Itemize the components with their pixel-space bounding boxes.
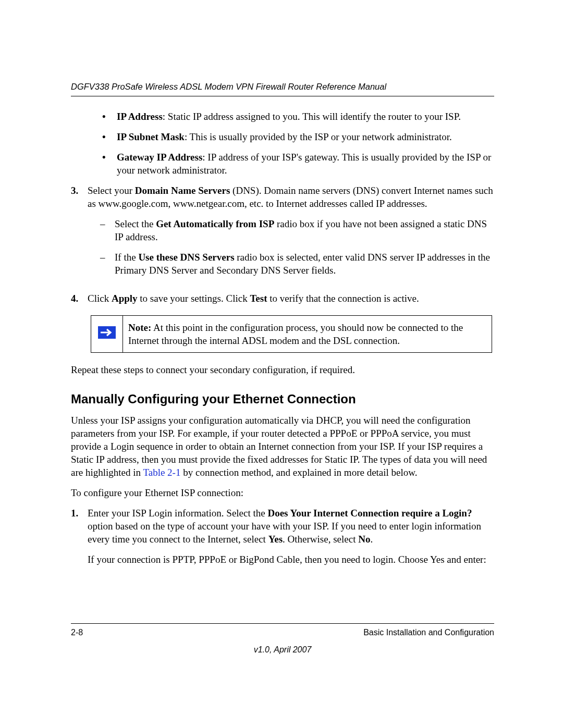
chapter-title: Basic Installation and Configuration bbox=[363, 627, 494, 638]
footer-rule bbox=[71, 623, 494, 624]
lead-paragraph: To configure your Ethernet ISP connectio… bbox=[71, 486, 494, 499]
step-number: 3. bbox=[71, 184, 88, 284]
note-box: Note: At this point in the configuration… bbox=[91, 315, 492, 353]
header-rule bbox=[71, 96, 494, 96]
step-3: 3. Select your Domain Name Servers (DNS)… bbox=[71, 184, 494, 284]
bullet-marker: • bbox=[100, 130, 117, 143]
sub-list: – Select the Get Automatically from ISP … bbox=[100, 217, 494, 277]
step-body: Select your Domain Name Servers (DNS). D… bbox=[88, 184, 494, 284]
list-item: • Gateway IP Address: IP address of your… bbox=[100, 151, 494, 177]
step-body: Click Apply to save your settings. Click… bbox=[88, 292, 494, 305]
version-text: v1.0, April 2007 bbox=[71, 644, 494, 655]
step-extra: If your connection is PPTP, PPPoE or Big… bbox=[88, 553, 494, 566]
list-item: – If the Use these DNS Servers radio box… bbox=[100, 251, 494, 277]
dash-marker: – bbox=[100, 251, 115, 277]
step-number: 4. bbox=[71, 292, 88, 305]
bullet-body: IP Subnet Mask: This is usually provided… bbox=[117, 130, 494, 143]
bullet-body: IP Address: Static IP address assigned t… bbox=[117, 110, 494, 123]
list-item: • IP Address: Static IP address assigned… bbox=[100, 110, 494, 123]
note-text: Note: At this point in the configuration… bbox=[123, 315, 492, 352]
intro-paragraph: Unless your ISP assigns your configurati… bbox=[71, 414, 494, 479]
eth-step-1: 1. Enter your ISP Login information. Sel… bbox=[71, 507, 494, 566]
step-number: 1. bbox=[71, 507, 88, 566]
document-page: DGFV338 ProSafe Wireless ADSL Modem VPN … bbox=[0, 0, 563, 728]
arrow-right-icon bbox=[98, 330, 116, 341]
dash-marker: – bbox=[100, 217, 115, 243]
note-icon-cell bbox=[91, 315, 123, 352]
list-item: • IP Subnet Mask: This is usually provid… bbox=[100, 130, 494, 143]
bullet-marker: • bbox=[100, 151, 117, 177]
repeat-paragraph: Repeat these steps to connect your secon… bbox=[71, 363, 494, 376]
bullet-list-ip: • IP Address: Static IP address assigned… bbox=[100, 110, 494, 177]
manual-title: DGFV338 ProSafe Wireless ADSL Modem VPN … bbox=[71, 81, 494, 93]
table-2-1-link[interactable]: Table 2-1 bbox=[143, 467, 180, 478]
step-4: 4. Click Apply to save your settings. Cl… bbox=[71, 292, 494, 305]
list-item: – Select the Get Automatically from ISP … bbox=[100, 217, 494, 243]
page-footer: 2-8 Basic Installation and Configuration… bbox=[71, 618, 494, 655]
step-body: Enter your ISP Login information. Select… bbox=[88, 507, 494, 566]
bullet-body: Gateway IP Address: IP address of your I… bbox=[117, 151, 494, 177]
bullet-marker: • bbox=[100, 110, 117, 123]
section-heading: Manually Configuring your Ethernet Conne… bbox=[71, 391, 494, 408]
page-number: 2-8 bbox=[71, 627, 83, 638]
